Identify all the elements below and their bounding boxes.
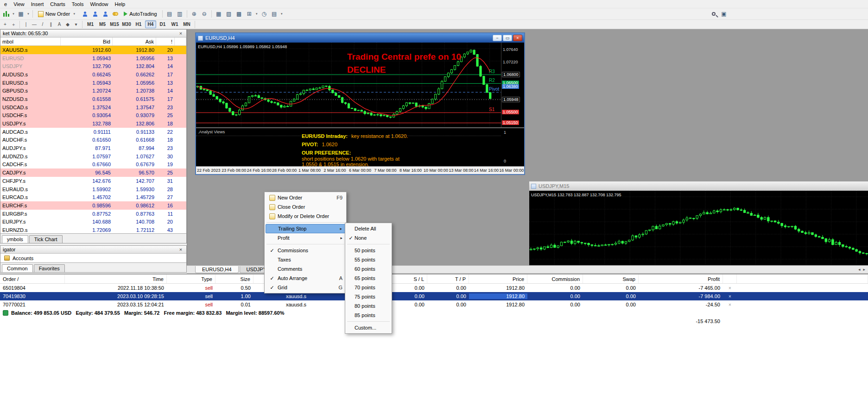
new-order-button[interactable]: New Order ▾ bbox=[35, 9, 80, 19]
chart-grid-icon[interactable]: ⊞ bbox=[244, 9, 254, 19]
profiles-dropdown-icon[interactable]: ▾ bbox=[26, 9, 31, 19]
order-row-70419830[interactable]: 704198302023.03.10 09:28:15sell1.00xauus… bbox=[0, 292, 868, 300]
menu-item-none[interactable]: ✓None bbox=[346, 233, 391, 243]
eurusd-titlebar[interactable]: EURUSD,H4 − ▭ × bbox=[196, 33, 524, 43]
menu-charts[interactable]: Charts bbox=[47, 1, 68, 7]
menu-item-65-points[interactable]: 65 points bbox=[346, 274, 391, 283]
time-axis[interactable]: 22 Feb 202323 Feb 08:0024 Feb 16:0028 Fe… bbox=[196, 166, 524, 174]
cursor-icon[interactable]: + bbox=[1, 21, 9, 28]
terminal-col-time[interactable]: Time bbox=[65, 274, 167, 283]
usdjpy-chart-area[interactable]: USDJPY,M15 132.783 132.887 132.708 132.7… bbox=[529, 191, 868, 265]
analyst-views-pane[interactable]: .Analyst Views EUR/USD Intraday:key resi… bbox=[196, 127, 524, 166]
timeframe-mn[interactable]: MN bbox=[181, 20, 192, 28]
menu-item-80-points[interactable]: 80 points bbox=[346, 301, 391, 311]
balance-row[interactable]: Balance: 499 853.05 USD Equity: 484 379.… bbox=[0, 309, 868, 317]
market-watch-row-eurnzd-s[interactable]: EURNZD.s1.720691.7211243 bbox=[0, 226, 186, 233]
menu-item-modify-or-delete-order[interactable]: Modify or Delete Order bbox=[266, 212, 345, 221]
templates-dropdown-icon[interactable]: ▾ bbox=[279, 9, 284, 19]
menu-item-grid[interactable]: ✓GridG bbox=[266, 283, 345, 292]
close-position-icon[interactable]: × bbox=[723, 286, 737, 291]
menu-item-taxes[interactable]: Taxes bbox=[266, 255, 345, 264]
timeframe-w1[interactable]: W1 bbox=[169, 20, 180, 28]
objects-list-icon[interactable]: ▥ bbox=[175, 9, 185, 19]
menu-insert[interactable]: Insert bbox=[28, 1, 47, 7]
market-watch-row-audcad-s[interactable]: AUDCAD.s0.911110.9113322 bbox=[0, 128, 186, 136]
crosshair-icon[interactable]: ＋ bbox=[9, 21, 18, 28]
menu-item-85-points[interactable]: 85 points bbox=[346, 311, 391, 320]
shapes-icon[interactable]: ◆ bbox=[63, 21, 72, 28]
coins-icon[interactable] bbox=[110, 9, 120, 19]
mql5-profile-icon[interactable] bbox=[80, 9, 90, 19]
tab-scroll-left-icon[interactable]: ◂ bbox=[858, 267, 861, 272]
market-watch-tab-tick-chart[interactable]: Tick Chart bbox=[29, 235, 63, 243]
market-watch-row-usdjpy[interactable]: USDJPY132.790132.80414 bbox=[0, 62, 186, 70]
close-icon[interactable]: × bbox=[177, 31, 184, 36]
menu-item-close-order[interactable]: Close Order bbox=[266, 202, 345, 212]
timeframe-m15[interactable]: M15 bbox=[109, 20, 120, 28]
terminal-col-profit[interactable]: Profit bbox=[639, 274, 723, 283]
horizontal-line-icon[interactable]: — bbox=[30, 21, 38, 28]
restore-button[interactable]: ▭ bbox=[503, 35, 512, 41]
market-watch-row-eurchf-s[interactable]: EURCHF.s0.985960.9861216 bbox=[0, 201, 186, 210]
menu-item-new-order[interactable]: New OrderF9 bbox=[266, 193, 345, 202]
vertical-line-icon[interactable]: | bbox=[22, 21, 30, 28]
chart-tab-eurusd-h4[interactable]: EURUSD,H4 bbox=[195, 266, 239, 273]
timeframe-d1[interactable]: D1 bbox=[157, 20, 168, 28]
terminal-col-order[interactable]: Order / bbox=[0, 274, 65, 283]
market-watch-row-audjpy-s[interactable]: AUDJPY.s87.97187.99423 bbox=[0, 144, 186, 152]
indicators-list-icon[interactable]: ▤ bbox=[165, 9, 175, 19]
timeframe-m30[interactable]: M30 bbox=[121, 20, 132, 28]
market-watch-row-eurgbp-s[interactable]: EURGBP.s0.877520.8776311 bbox=[0, 210, 186, 218]
profiles-icon[interactable]: ▦ bbox=[16, 9, 26, 19]
minimize-button[interactable]: − bbox=[493, 35, 502, 41]
market-watch-row-eurusd[interactable]: EURUSD1.059431.0595613 bbox=[0, 54, 186, 62]
signals-icon[interactable] bbox=[100, 9, 110, 19]
timeframe-m5[interactable]: M5 bbox=[97, 20, 108, 28]
market-watch-row-usdcad-s[interactable]: USDCAD.s1.375241.3754723 bbox=[0, 103, 186, 112]
menu-item-70-points[interactable]: 70 points bbox=[346, 283, 391, 292]
usdjpy-titlebar[interactable]: USDJPY,M15 bbox=[529, 181, 868, 191]
navigator-item-accounts[interactable]: Accounts bbox=[0, 254, 186, 262]
menu-item-profit[interactable]: Profit▸ bbox=[266, 233, 345, 243]
chart-grid-dropdown-icon[interactable]: ▾ bbox=[254, 9, 259, 19]
chart-window-usdjpy[interactable]: USDJPY,M15 USDJPY,M15 132.783 132.887 13… bbox=[528, 181, 868, 265]
navigator-tab-favorites[interactable]: Favorites bbox=[34, 264, 65, 272]
market-watch-row-audusd-s[interactable]: AUDUSD.s0.662450.6626217 bbox=[0, 70, 186, 79]
market-watch-col-mbol[interactable]: mbol bbox=[0, 37, 61, 45]
order-row-70770021[interactable]: 707700212023.03.15 12:04:21sell0.01xauus… bbox=[0, 300, 868, 309]
price-scale[interactable]: 1.076401.072201.068001.065001.063801.059… bbox=[501, 43, 524, 127]
terminal-col-price[interactable]: Price bbox=[469, 274, 527, 283]
tile-windows-icon[interactable]: ▦ bbox=[214, 9, 224, 19]
menu-item-60-points[interactable]: 60 points bbox=[346, 264, 391, 274]
market-watch-row-audnzd-s[interactable]: AUDNZD.s1.075971.0762730 bbox=[0, 152, 186, 161]
chart-window-eurusd[interactable]: EURUSD,H4 − ▭ × R3R2PivotS1 EURUSD,H4 1.… bbox=[195, 32, 525, 175]
menu-item-50-points[interactable]: 50 points bbox=[346, 246, 391, 255]
zoom-out-icon[interactable]: ⊖ bbox=[199, 9, 209, 19]
market-watch-tab-ymbols[interactable]: ymbols bbox=[2, 235, 28, 243]
market-watch-row-cadchf-s[interactable]: CADCHF.s0.676600.6767919 bbox=[0, 161, 186, 169]
menu-item-trailing-stop[interactable]: Trailing Stop▸ bbox=[266, 224, 345, 233]
close-position-icon[interactable]: × bbox=[723, 302, 737, 307]
market-watch-row-eurusd-s[interactable]: EURUSD.s1.059431.0595613 bbox=[0, 79, 186, 87]
history-center-icon[interactable]: ◷ bbox=[259, 9, 269, 19]
market-watch-row-usdjpy-s[interactable]: USDJPY.s132.788132.80618 bbox=[0, 119, 186, 128]
text-label-icon[interactable]: A bbox=[55, 21, 63, 28]
navigator-tab-common[interactable]: Common bbox=[2, 264, 33, 272]
market-watch-row-eurcad-s[interactable]: EURCAD.s1.457021.4572927 bbox=[0, 193, 186, 201]
menu-item-custom[interactable]: Custom... bbox=[346, 323, 391, 332]
menu-item-auto-arrange[interactable]: ✓Auto ArrangeA bbox=[266, 274, 345, 283]
close-icon[interactable]: × bbox=[177, 247, 184, 252]
channel-icon[interactable]: ∥ bbox=[47, 21, 55, 28]
arrange-windows-icon[interactable]: ▩ bbox=[234, 9, 244, 19]
zoom-in-icon[interactable]: ⊕ bbox=[189, 9, 199, 19]
menu-item-delete-all[interactable]: Delete All bbox=[346, 224, 391, 233]
community-icon[interactable] bbox=[90, 9, 100, 19]
autotrading-button[interactable]: AutoTrading bbox=[120, 9, 160, 19]
menu-e[interactable]: e bbox=[1, 1, 10, 7]
order-row-65019804[interactable]: 650198042022.11.18 10:38:50sell0.500.000… bbox=[0, 284, 868, 292]
market-watch-row-audchf-s[interactable]: AUDCHF.s0.616500.6166818 bbox=[0, 136, 186, 144]
timeframe-h1[interactable]: H1 bbox=[133, 20, 144, 28]
menu-item-55-points[interactable]: 55 points bbox=[346, 255, 391, 264]
new-chart-dropdown-icon[interactable]: ▾ bbox=[11, 9, 16, 19]
new-chart-icon[interactable] bbox=[1, 9, 11, 19]
